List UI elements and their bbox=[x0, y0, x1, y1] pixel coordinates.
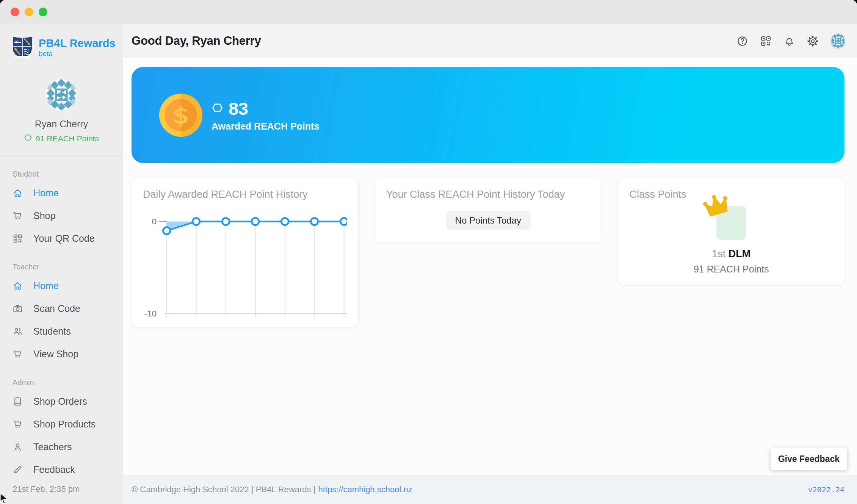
history-line-chart: 0-10 bbox=[143, 207, 347, 323]
app-title: PB4L Rewards bbox=[39, 38, 116, 49]
bell-button[interactable] bbox=[783, 35, 795, 47]
sidebar-item-label: Shop bbox=[33, 210, 55, 221]
sidebar-nav: StudentHomeShopYour QR CodeTeacherHomeSc… bbox=[0, 157, 123, 484]
card-title: Daily Awarded REACH Point History bbox=[143, 189, 347, 200]
profile-block: Ryan Cherry 91 REACH Points bbox=[0, 79, 123, 157]
identicon-avatar-icon bbox=[830, 33, 846, 49]
sidebar: PB4L Rewards beta Ryan Cherry 91 REACH P… bbox=[0, 24, 123, 504]
hexagon-icon bbox=[212, 102, 223, 115]
card-daily-history: Daily Awarded REACH Point History 0-10 bbox=[132, 178, 358, 327]
sidebar-item-shop-products[interactable]: Shop Products bbox=[0, 413, 123, 435]
sidebar-section: AdminShop OrdersShop ProductsTeachersFee… bbox=[0, 378, 123, 481]
sidebar-section-label: Teacher bbox=[0, 263, 123, 271]
school-crest-icon bbox=[12, 35, 33, 59]
version-label: v2022.24 bbox=[808, 485, 844, 494]
sidebar-item-view-shop[interactable]: View Shop bbox=[0, 343, 123, 365]
cart-icon bbox=[13, 211, 23, 221]
no-points-chip: No Points Today bbox=[446, 211, 531, 230]
sidebar-item-scan-code[interactable]: Scan Code bbox=[0, 297, 123, 320]
sidebar-item-label: Feedback bbox=[33, 464, 75, 475]
sidebar-item-teachers[interactable]: Teachers bbox=[0, 435, 123, 458]
minimize-window-button[interactable] bbox=[25, 8, 33, 16]
sidebar-item-label: View Shop bbox=[33, 349, 78, 360]
sidebar-section-label: Student bbox=[0, 170, 123, 178]
banner-text: 83 Awarded REACH Points bbox=[212, 98, 319, 132]
sidebar-item-home[interactable]: Home bbox=[0, 274, 123, 297]
camera-icon bbox=[13, 304, 23, 314]
school-crest-logo-icon bbox=[12, 35, 33, 61]
help-button[interactable] bbox=[736, 35, 748, 47]
card-title: Class Points bbox=[630, 189, 833, 200]
empty-state-wrap: No Points Today bbox=[386, 211, 590, 230]
beta-badge: beta bbox=[39, 50, 116, 58]
sidebar-item-shop-orders[interactable]: Shop Orders bbox=[0, 390, 123, 413]
sidebar-item-students[interactable]: Students bbox=[0, 320, 123, 343]
bell-icon bbox=[783, 35, 795, 47]
hexagon-icon bbox=[24, 133, 32, 142]
sidebar-section: StudentHomeShopYour QR Code bbox=[0, 170, 123, 250]
sidebar-section: TeacherHomeScan CodeStudentsView Shop bbox=[0, 263, 123, 365]
page-footer: © Cambridge High School 2022 | PB4L Rewa… bbox=[123, 475, 857, 504]
sidebar-item-home[interactable]: Home bbox=[0, 182, 123, 204]
zoom-window-button[interactable] bbox=[39, 8, 47, 16]
gear-icon bbox=[807, 35, 819, 47]
sidebar-item-label: Home bbox=[33, 280, 59, 291]
help-icon bbox=[736, 35, 748, 47]
sidebar-section-label: Admin bbox=[0, 378, 123, 387]
awarded-points-label: Awarded REACH Points bbox=[212, 121, 319, 132]
header-actions bbox=[736, 33, 846, 49]
give-feedback-button[interactable]: Give Feedback bbox=[771, 448, 847, 470]
brand: PB4L Rewards beta bbox=[0, 24, 123, 61]
sidebar-item-label: Shop Orders bbox=[33, 396, 87, 407]
app-window: { "window": { "traffic_lights": ["close"… bbox=[0, 0, 857, 504]
close-window-button[interactable] bbox=[11, 8, 19, 16]
user-icon bbox=[13, 442, 23, 452]
user-avatar[interactable] bbox=[830, 33, 846, 49]
banner-points-row: 83 bbox=[212, 98, 319, 119]
brand-text: PB4L Rewards beta bbox=[39, 35, 116, 58]
sidebar-item-label: Teachers bbox=[33, 441, 72, 452]
pencil-icon bbox=[13, 465, 23, 475]
sidebar-item-label: Your QR Code bbox=[33, 233, 95, 244]
sidebar-item-label: Students bbox=[33, 326, 71, 337]
awarded-points-value: 83 bbox=[229, 98, 248, 119]
sidebar-item-label: Scan Code bbox=[33, 303, 80, 314]
svg-text:-10: -10 bbox=[144, 308, 157, 318]
class-name: DLM bbox=[729, 248, 750, 260]
window-titlebar bbox=[0, 0, 857, 24]
copyright-text: © Cambridge High School 2022 | PB4L Rewa… bbox=[132, 485, 315, 495]
dollar-coin-icon: $ bbox=[158, 93, 203, 138]
page-title: Good Day, Ryan Cherry bbox=[132, 34, 261, 48]
mouse-cursor bbox=[0, 493, 10, 504]
identicon-avatar-icon bbox=[46, 79, 77, 110]
home-icon bbox=[13, 281, 23, 291]
profile-name: Ryan Cherry bbox=[0, 119, 123, 130]
sidebar-datetime: 21st Feb, 2:35 pm bbox=[0, 484, 123, 504]
dollar-coin-icon: $ bbox=[158, 93, 203, 138]
app-body: PB4L Rewards beta Ryan Cherry 91 REACH P… bbox=[0, 24, 857, 504]
qr-icon bbox=[760, 35, 772, 47]
cart-icon bbox=[13, 419, 23, 429]
class-rank-visual bbox=[716, 206, 746, 240]
qr-button[interactable] bbox=[760, 35, 772, 47]
page-header: Good Day, Ryan Cherry bbox=[123, 24, 857, 58]
sidebar-item-feedback[interactable]: Feedback bbox=[0, 458, 123, 481]
sidebar-item-label: Shop Products bbox=[33, 419, 96, 430]
class-points-value: 91 REACH Points bbox=[630, 264, 833, 275]
sidebar-item-your-qr-code[interactable]: Your QR Code bbox=[0, 227, 123, 250]
main-area: $ 83 Awarded REACH Points Daily Awarded … bbox=[123, 58, 857, 475]
sidebar-item-label: Home bbox=[33, 188, 59, 199]
cards-row: Daily Awarded REACH Point History 0-10 Y… bbox=[132, 178, 844, 327]
book-icon bbox=[13, 396, 23, 407]
hexagon-icon bbox=[212, 102, 223, 114]
qr-icon bbox=[13, 233, 23, 244]
gear-button[interactable] bbox=[807, 35, 819, 47]
rank-line: 1st DLM bbox=[630, 248, 833, 260]
school-link[interactable]: https://camhigh.school.nz bbox=[318, 485, 412, 495]
sidebar-item-shop[interactable]: Shop bbox=[0, 204, 123, 227]
avatar bbox=[46, 105, 77, 111]
hexagon-icon bbox=[24, 133, 32, 144]
points-banner: $ 83 Awarded REACH Points bbox=[132, 67, 844, 163]
profile-points-label: 91 REACH Points bbox=[36, 134, 99, 143]
content-column: Good Day, Ryan Cherry $ 83 bbox=[123, 24, 857, 504]
